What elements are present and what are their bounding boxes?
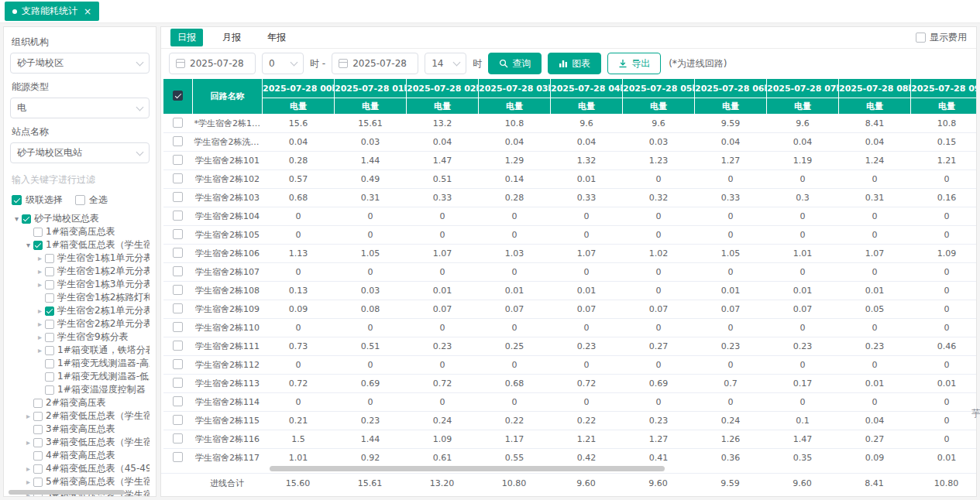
end-hour-select[interactable]: 14 — [425, 53, 466, 74]
end-date-picker[interactable]: 2025-07-28 — [332, 53, 418, 74]
tab-日报[interactable]: 日报 — [170, 29, 203, 46]
caret-right-icon[interactable]: ▸ — [23, 464, 33, 473]
tree-node[interactable]: ▸学生宿舍1栋2单元分表 — [10, 265, 150, 278]
tree-node[interactable]: ▸1#箱变无线测温器-低压 — [10, 370, 150, 383]
row-checkbox[interactable] — [173, 248, 183, 258]
tree-checkbox[interactable] — [45, 307, 54, 316]
select-all-checkbox-sidebar[interactable]: 全选 — [75, 193, 108, 207]
table-row[interactable]: 学生宿舍2栋1050000000000 — [163, 226, 977, 245]
tree-checkbox[interactable] — [45, 359, 54, 368]
tree-checkbox[interactable] — [45, 254, 54, 263]
tree-node[interactable]: ▸1#箱变高压总表 — [10, 225, 150, 238]
row-checkbox[interactable] — [173, 359, 183, 369]
row-checkbox[interactable] — [173, 173, 183, 183]
table-row[interactable]: 学生宿舍2栋1140000000000 — [163, 393, 977, 412]
table-row[interactable]: 学生宿舍2栋1090.090.080.070.070.070.070.070.0… — [163, 300, 977, 319]
table-row[interactable]: 学生宿舍2栋1010.281.441.471.291.321.231.271.1… — [163, 152, 977, 170]
table-row[interactable]: 学生宿舍2栋1061.131.051.071.031.071.021.051.0… — [163, 245, 977, 263]
caret-down-icon[interactable]: ▾ — [12, 214, 22, 223]
caret-right-icon[interactable]: ▸ — [35, 254, 45, 262]
row-checkbox[interactable] — [173, 452, 183, 462]
select-all-checkbox[interactable] — [173, 91, 183, 101]
tree-node[interactable]: ▸4#箱变高压总表 — [10, 449, 150, 462]
window-tab-energy-stats[interactable]: 支路能耗统计 × — [5, 2, 99, 21]
tree-checkbox[interactable] — [45, 372, 54, 382]
tree-checkbox[interactable] — [45, 267, 54, 276]
row-checkbox[interactable] — [173, 303, 183, 313]
table-row[interactable]: 学生宿舍2栋1150.210.230.240.220.220.230.240.1… — [163, 412, 977, 430]
edge-tab[interactable]: 芋 — [971, 406, 980, 421]
table-row[interactable]: 学生宿舍2栋1020.570.490.510.140.0100000 — [163, 170, 977, 189]
site-name-select[interactable]: 砂子坳校区电站 — [10, 142, 150, 163]
table-row[interactable]: *学生宿舍2栋1单...15.615.6113.210.89.69.69.599… — [163, 115, 977, 133]
caret-right-icon[interactable]: ▸ — [35, 346, 45, 354]
row-checkbox[interactable] — [173, 415, 183, 425]
row-checkbox[interactable] — [173, 118, 183, 128]
tree-checkbox[interactable] — [33, 438, 43, 447]
tree-checkbox[interactable] — [45, 293, 54, 303]
show-cost-checkbox[interactable]: 显示费用 — [916, 31, 967, 44]
start-date-picker[interactable]: 2025-07-28 — [169, 53, 256, 74]
tree-node[interactable]: ▸学生宿舍2栋1单元分表 — [10, 304, 150, 317]
row-checkbox[interactable] — [173, 155, 183, 165]
row-checkbox[interactable] — [173, 211, 183, 221]
caret-right-icon[interactable]: ▸ — [23, 412, 33, 420]
horizontal-scrollbar[interactable] — [270, 466, 665, 471]
table-row[interactable]: 学生宿舍2栋1120000000000 — [163, 356, 977, 375]
tree-checkbox[interactable] — [33, 241, 43, 250]
tree-checkbox[interactable] — [45, 320, 54, 329]
energy-type-select[interactable]: 电 — [10, 98, 150, 118]
row-checkbox[interactable] — [173, 229, 183, 239]
tree-node[interactable]: ▸学生宿舍1栋3单元分表 — [10, 278, 150, 291]
tree-node[interactable]: ▸1#箱变无线测温器-高压 — [10, 357, 150, 370]
tree-node[interactable]: ▸1#箱变联通，铁塔分表 — [10, 344, 150, 357]
tab-年报[interactable]: 年报 — [260, 29, 293, 46]
org-select[interactable]: 砂子坳校区 — [10, 53, 150, 74]
tree-node[interactable]: ▸5#箱变高压总表（学生宿舍6,10,12） — [10, 475, 150, 488]
tree-node[interactable]: ▸3#箱变高压总表 — [10, 423, 150, 436]
caret-right-icon[interactable]: ▸ — [35, 333, 45, 341]
tab-月报[interactable]: 月报 — [215, 29, 248, 46]
cascade-select-checkbox[interactable]: 级联选择 — [12, 193, 63, 207]
table-row[interactable]: 学生宿舍2栋1100000000000 — [163, 319, 977, 337]
tree-checkbox[interactable] — [33, 399, 43, 408]
tree-checkbox[interactable] — [33, 228, 43, 237]
row-checkbox[interactable] — [173, 396, 183, 406]
row-checkbox[interactable] — [173, 341, 183, 351]
table-row[interactable]: 学生宿舍2栋1080.130.030.010.010.0100.010.010.… — [163, 282, 977, 300]
chart-button[interactable]: 图表 — [548, 53, 601, 74]
row-checkbox[interactable] — [173, 378, 183, 388]
tree-checkbox[interactable] — [33, 412, 43, 421]
tree-checkbox[interactable] — [45, 333, 54, 342]
row-checkbox[interactable] — [173, 285, 183, 295]
table-row[interactable]: 学生宿舍2栋1110.730.510.230.250.230.270.230.2… — [163, 337, 977, 356]
tree-node[interactable]: ▸1#箱变温湿度控制器 — [10, 383, 150, 396]
tree-checkbox[interactable] — [22, 214, 31, 224]
tree-node[interactable]: ▾1#箱变低压总表（学生宿舍1,2,9栋） — [10, 238, 150, 252]
tree-node[interactable]: ▸2#箱变低压总表（学生宿舍3,4,5栋） — [10, 409, 150, 423]
tree-node[interactable]: ▸4#箱变低压总表（45-49） — [10, 462, 150, 475]
close-icon[interactable]: × — [84, 6, 91, 17]
tree-checkbox[interactable] — [33, 425, 43, 434]
table-row[interactable]: 学生宿舍2栋1161.51.441.091.171.211.271.261.47… — [163, 430, 977, 449]
start-hour-select[interactable]: 0 — [262, 53, 304, 74]
table-row[interactable]: 学生宿舍2栋1070000000000 — [163, 263, 977, 282]
caret-right-icon[interactable]: ▸ — [35, 307, 45, 315]
row-checkbox[interactable] — [173, 192, 183, 202]
caret-right-icon[interactable]: ▸ — [23, 478, 33, 486]
row-checkbox[interactable] — [173, 322, 183, 332]
tree-checkbox[interactable] — [45, 385, 54, 395]
tree-node[interactable]: ▸3#箱变低压总表（学生宿舍8,11栋， — [10, 436, 150, 449]
table-row[interactable]: 学生宿舍2栋洗衣机0.040.030.040.040.040.030.040.0… — [163, 133, 977, 152]
tree-node[interactable]: ▸学生宿舍2栋2单元分表 — [10, 317, 150, 330]
caret-right-icon[interactable]: ▸ — [35, 280, 45, 289]
tree-filter-input[interactable] — [12, 171, 151, 188]
tree-checkbox[interactable] — [33, 451, 43, 461]
row-checkbox[interactable] — [173, 136, 183, 146]
export-button[interactable]: 导出 — [607, 53, 661, 74]
table-row[interactable]: 学生宿舍2栋1040000000000 — [163, 207, 977, 226]
caret-right-icon[interactable]: ▸ — [35, 320, 45, 328]
tree-checkbox[interactable] — [33, 478, 43, 487]
caret-right-icon[interactable]: ▸ — [35, 267, 45, 276]
tree-checkbox[interactable] — [45, 346, 54, 355]
